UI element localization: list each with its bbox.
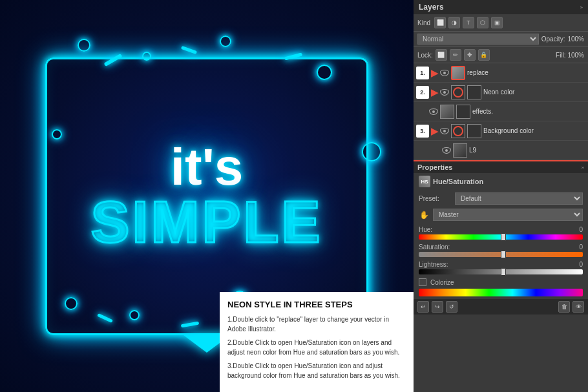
visibility-icon-2[interactable] bbox=[440, 89, 449, 96]
light-value: 0 bbox=[579, 261, 583, 268]
layer-name-neon: Neon color bbox=[483, 88, 585, 96]
blend-mode-row: Normal Opacity: 100% bbox=[414, 32, 588, 47]
hue-label-row: Hue: 0 bbox=[419, 226, 583, 233]
properties-title: Properties bbox=[417, 163, 452, 171]
hue-sat-section: HS Hue/Saturation Preset: Default ✋ Mast… bbox=[414, 173, 588, 299]
layer-thumb-2 bbox=[451, 85, 465, 99]
light-label: Lightness: bbox=[419, 261, 448, 268]
colorize-row: Colorize bbox=[419, 278, 583, 286]
visibility-icon-5[interactable] bbox=[442, 147, 451, 154]
step2-text: 2.Double Click to open Hue/Saturation ic… bbox=[227, 338, 406, 357]
filter-shape-icon[interactable]: ⬡ bbox=[477, 17, 488, 28]
hue-value: 0 bbox=[579, 226, 583, 233]
visibility-icon-4[interactable] bbox=[440, 128, 449, 134]
layer-row-replace[interactable]: 1. ▶ replace bbox=[414, 63, 588, 83]
layers-search-toolbar: Kind ⬜ ◑ T ⬡ ▣ bbox=[414, 14, 588, 32]
visibility-icon-1[interactable] bbox=[440, 70, 449, 76]
panel-bottom-toolbar: ↩ ↪ ↺ 🗑 👁 bbox=[414, 299, 588, 315]
light-track[interactable] bbox=[419, 269, 583, 274]
hue-sat-title: Hue/Saturation bbox=[433, 178, 483, 185]
neon-dot-1 bbox=[78, 39, 90, 52]
lock-all-icon[interactable]: 🔒 bbox=[478, 49, 490, 61]
layer-thumb-1 bbox=[451, 66, 465, 80]
sat-label: Saturation: bbox=[419, 243, 450, 251]
step-3-badge: 3. bbox=[416, 125, 429, 138]
layers-header: Layers » bbox=[414, 0, 588, 14]
step-1-badge: 1. bbox=[416, 67, 429, 79]
visibility-toggle-icon[interactable]: 👁 bbox=[572, 301, 584, 313]
lock-position-icon[interactable]: ✥ bbox=[464, 49, 476, 61]
hue-label: Hue: bbox=[419, 226, 432, 233]
sat-value: 0 bbox=[579, 243, 583, 251]
lock-label: Lock: bbox=[417, 52, 433, 59]
simple-text: SIMPLE bbox=[90, 193, 322, 251]
preset-label: Preset: bbox=[419, 195, 451, 202]
layers-title: Layers bbox=[419, 3, 444, 12]
instructions-text: 1.Double click to "replace" layer to cha… bbox=[227, 315, 406, 380]
hue-sat-header: HS Hue/Saturation bbox=[419, 176, 583, 187]
colorize-label: Colorize bbox=[430, 279, 454, 286]
step3-text: 3.Double Click to open Hue/Saturation ic… bbox=[227, 361, 406, 380]
hue-thumb[interactable] bbox=[501, 233, 506, 241]
blend-mode-select[interactable]: Normal bbox=[417, 34, 539, 45]
neon-dot-4 bbox=[317, 65, 332, 80]
master-select[interactable]: Master bbox=[433, 209, 583, 221]
light-slider-section: Lightness: 0 bbox=[419, 261, 583, 274]
layer-name-replace: replace bbox=[467, 69, 585, 76]
neon-dot-5 bbox=[52, 129, 62, 139]
neon-dot-7 bbox=[129, 310, 140, 320]
layer-row-neon[interactable]: 2. ▶ Neon color bbox=[414, 83, 588, 102]
filter-smart-icon[interactable]: ▣ bbox=[491, 17, 503, 28]
sat-label-row: Saturation: 0 bbox=[419, 243, 583, 251]
neon-dot-10 bbox=[362, 142, 381, 161]
its-text: it's bbox=[90, 141, 322, 193]
hand-icon: ✋ bbox=[419, 210, 429, 220]
light-label-row: Lightness: 0 bbox=[419, 261, 583, 268]
redo-icon[interactable]: ↪ bbox=[432, 301, 443, 313]
undo-icon[interactable]: ↩ bbox=[417, 301, 429, 313]
reset-icon[interactable]: ↺ bbox=[446, 301, 457, 313]
neon-dot-2 bbox=[142, 52, 151, 61]
preset-select[interactable]: Default bbox=[455, 192, 583, 205]
properties-panel: Properties » HS Hue/Saturation Preset: D… bbox=[414, 160, 588, 392]
hue-track[interactable] bbox=[419, 234, 583, 240]
hue-sat-thumb: HS bbox=[419, 176, 430, 187]
filter-pixel-icon[interactable]: ⬜ bbox=[434, 17, 446, 28]
layers-panel: Layers » Kind ⬜ ◑ T ⬡ ▣ Normal Opacity: … bbox=[414, 0, 588, 160]
layer-mask-3 bbox=[456, 105, 470, 119]
neon-dot-6 bbox=[65, 297, 78, 310]
step1-text: 1.Double click to "replace" layer to cha… bbox=[227, 315, 406, 334]
filter-type-icon[interactable]: T bbox=[463, 17, 474, 28]
colorize-checkbox[interactable] bbox=[419, 278, 426, 286]
lock-pixels-icon[interactable]: ⬜ bbox=[436, 49, 447, 61]
visibility-icon-3[interactable] bbox=[429, 108, 438, 115]
neon-dash-2 bbox=[181, 46, 197, 54]
properties-header: Properties » bbox=[414, 161, 588, 173]
layer-name-bg: Background color bbox=[483, 127, 585, 134]
light-thumb[interactable] bbox=[501, 268, 506, 276]
opacity-value: 100% bbox=[567, 36, 584, 43]
sat-track[interactable] bbox=[419, 252, 583, 257]
layer-row-bg[interactable]: 3. ▶ Background color bbox=[414, 121, 588, 141]
layer-mask-4 bbox=[467, 124, 481, 138]
arrow-2: ▶ bbox=[431, 87, 438, 98]
filter-adjust-icon[interactable]: ◑ bbox=[448, 17, 460, 28]
step-2-badge: 2. bbox=[416, 86, 429, 99]
layer-thumb-4 bbox=[451, 124, 465, 138]
master-row: ✋ Master bbox=[419, 209, 583, 221]
delete-icon[interactable]: 🗑 bbox=[558, 301, 570, 313]
lock-paint-icon[interactable]: ✏ bbox=[450, 49, 461, 61]
preset-row: Preset: Default bbox=[419, 192, 583, 205]
sat-slider-section: Saturation: 0 bbox=[419, 243, 583, 257]
layer-row-effects[interactable]: effects. bbox=[414, 102, 588, 121]
lock-row: Lock: ⬜ ✏ ✥ 🔒 Fill: 100% bbox=[414, 47, 588, 63]
collapse-icon[interactable]: » bbox=[580, 5, 583, 10]
properties-collapse-icon[interactable]: » bbox=[582, 165, 584, 170]
layer-row-l9[interactable]: L9 bbox=[414, 141, 588, 160]
opacity-label: Opacity: bbox=[541, 36, 565, 43]
arrow-3: ▶ bbox=[431, 126, 438, 136]
rainbow-bar bbox=[419, 289, 583, 296]
neon-text: it's SIMPLE bbox=[90, 141, 322, 251]
layer-name-l9: L9 bbox=[469, 147, 585, 154]
sat-thumb[interactable] bbox=[501, 251, 506, 258]
